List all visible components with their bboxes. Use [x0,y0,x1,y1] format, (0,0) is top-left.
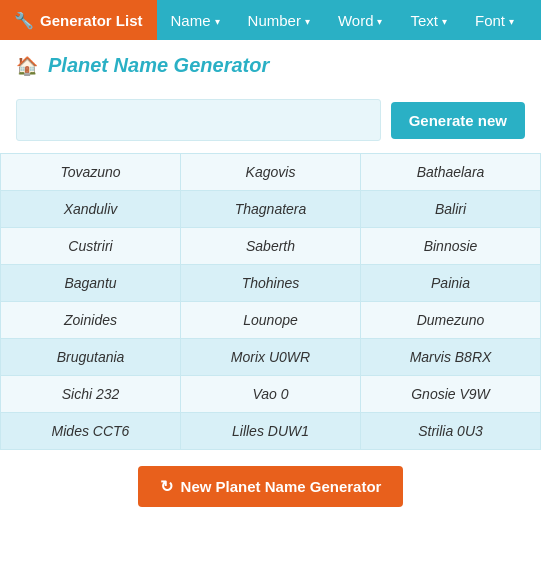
table-row: Sichi 232Vao 0Gnosie V9W [1,376,541,413]
name-cell[interactable]: Xanduliv [1,191,181,228]
page-header: 🏠 Planet Name Generator [0,40,541,91]
table-row: CustririSaberthBinnosie [1,228,541,265]
table-row: BrugutaniaMorix U0WRMarvis B8RX [1,339,541,376]
name-cell[interactable]: Strilia 0U3 [361,413,541,450]
name-cell[interactable]: Dumezuno [361,302,541,339]
nav-name-label: Name [171,12,211,29]
page-title: Planet Name Generator [48,54,269,77]
table-row: Mides CCT6Lilles DUW1Strilia 0U3 [1,413,541,450]
nav-item-word[interactable]: Word ▾ [324,0,397,40]
home-icon: 🏠 [16,55,38,77]
generate-button[interactable]: Generate new [391,102,525,139]
name-cell[interactable]: Binnosie [361,228,541,265]
nav-font-label: Font [475,12,505,29]
name-cell[interactable]: Brugutania [1,339,181,376]
chevron-down-icon: ▾ [442,16,447,27]
nav-item-name[interactable]: Name ▾ [157,0,234,40]
table-row: ZoinidesLounopeDumezuno [1,302,541,339]
name-cell[interactable]: Bathaelara [361,154,541,191]
nav-item-number[interactable]: Number ▾ [234,0,324,40]
name-cell[interactable]: Lilles DUW1 [181,413,361,450]
nav-text-label: Text [410,12,438,29]
top-navigation: 🔧 Generator List Name ▾ Number ▾ Word ▾ … [0,0,541,40]
table-row: XandulivThagnateraBaliri [1,191,541,228]
nav-word-label: Word [338,12,374,29]
generate-area: Generate new [0,91,541,149]
chevron-down-icon: ▾ [305,16,310,27]
table-row: BagantuThohinesPainia [1,265,541,302]
name-cell[interactable]: Morix U0WR [181,339,361,376]
wrench-icon: 🔧 [14,11,34,30]
name-cell[interactable]: Vao 0 [181,376,361,413]
name-cell[interactable]: Saberth [181,228,361,265]
name-cell[interactable]: Sichi 232 [1,376,181,413]
nav-brand-label: Generator List [40,12,143,29]
name-cell[interactable]: Gnosie V9W [361,376,541,413]
chevron-down-icon: ▾ [215,16,220,27]
name-cell[interactable]: Kagovis [181,154,361,191]
chevron-down-icon: ▾ [377,16,382,27]
name-cell[interactable]: Custriri [1,228,181,265]
name-cell[interactable]: Thagnatera [181,191,361,228]
nav-number-label: Number [248,12,301,29]
refresh-icon: ↻ [160,477,173,496]
new-generator-button[interactable]: ↻ New Planet Name Generator [138,466,404,507]
names-table: TovazunoKagovisBathaelaraXandulivThagnat… [0,153,541,450]
name-cell[interactable]: Marvis B8RX [361,339,541,376]
nav-brand[interactable]: 🔧 Generator List [0,0,157,40]
name-cell[interactable]: Painia [361,265,541,302]
bottom-area: ↻ New Planet Name Generator [0,450,541,523]
name-cell[interactable]: Mides CCT6 [1,413,181,450]
nav-item-font[interactable]: Font ▾ [461,0,528,40]
name-input-area [16,99,381,141]
new-gen-label: New Planet Name Generator [181,478,382,495]
name-cell[interactable]: Tovazuno [1,154,181,191]
name-cell[interactable]: Lounope [181,302,361,339]
name-cell[interactable]: Bagantu [1,265,181,302]
name-cell[interactable]: Thohines [181,265,361,302]
nav-item-text[interactable]: Text ▾ [396,0,461,40]
chevron-down-icon: ▾ [509,16,514,27]
name-cell[interactable]: Zoinides [1,302,181,339]
table-row: TovazunoKagovisBathaelara [1,154,541,191]
name-cell[interactable]: Baliri [361,191,541,228]
